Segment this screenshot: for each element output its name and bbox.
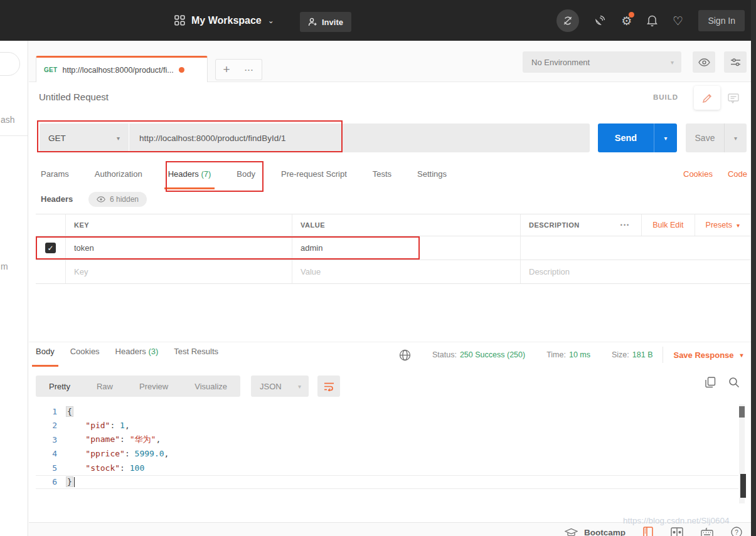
settings-button[interactable]: ⚙ xyxy=(621,14,632,28)
save-button[interactable]: Save xyxy=(686,123,725,152)
sign-in-button[interactable]: Sign In xyxy=(698,10,745,31)
environment-quick-look-button[interactable] xyxy=(693,51,715,73)
wrap-lines-icon xyxy=(324,382,334,391)
grid-icon xyxy=(174,15,185,26)
check-icon: ✓ xyxy=(47,244,53,253)
code-link[interactable]: Code xyxy=(728,169,747,179)
sidebar-item-trash-fragment[interactable]: ash xyxy=(1,115,15,125)
environment-selector[interactable]: No Environment ▾ xyxy=(523,51,681,73)
response-body-code[interactable]: 1{2 "pid": 1,3 "pname": "华为",4 "pprice":… xyxy=(36,404,738,505)
sync-off-button[interactable] xyxy=(556,9,579,32)
time-value[interactable]: 10 ms xyxy=(569,350,590,359)
invite-button[interactable]: Invite xyxy=(300,12,351,32)
value-placeholder[interactable]: Value xyxy=(301,267,321,276)
globe-icon[interactable] xyxy=(399,349,411,361)
environment-settings-button[interactable] xyxy=(724,51,747,73)
more-actions-icon[interactable]: ••• xyxy=(609,222,641,228)
view-mode-raw[interactable]: Raw xyxy=(83,382,126,391)
comments-button[interactable] xyxy=(721,88,745,108)
invite-label: Invite xyxy=(322,18,343,27)
size-value[interactable]: 181 B xyxy=(632,350,653,359)
favorites-button[interactable]: ♡ xyxy=(673,14,683,28)
method-value: GET xyxy=(48,134,66,143)
key-placeholder[interactable]: Key xyxy=(74,267,88,276)
send-options-button[interactable]: ▾ xyxy=(654,123,677,152)
response-tab-cookies[interactable]: Cookies xyxy=(70,344,100,367)
keyboard-shortcuts-icon[interactable] xyxy=(701,528,713,536)
more-icon: ••• xyxy=(245,67,253,73)
sidebar-divider xyxy=(0,135,28,136)
row-checkbox-checked[interactable]: ✓ xyxy=(45,243,56,253)
code-line-1: 1{ xyxy=(36,404,738,419)
time-label: Time: xyxy=(546,350,566,359)
wrap-lines-button[interactable] xyxy=(317,376,340,397)
tab-pre-request-script[interactable]: Pre-request Script xyxy=(281,164,347,189)
eye-icon xyxy=(97,196,105,202)
tab-method-badge: GET xyxy=(44,66,57,73)
code-scrollbar-thumb[interactable] xyxy=(739,406,745,418)
plus-icon: + xyxy=(223,63,230,76)
pencil-icon xyxy=(702,93,713,103)
satellite-icon xyxy=(594,14,606,26)
changelog-panel-icon[interactable] xyxy=(643,527,653,536)
open-request-tab[interactable]: GET http://localhost:8000/product/fi... xyxy=(36,56,208,82)
chevron-down-icon: ▾ xyxy=(298,383,301,390)
workspace-switcher[interactable]: My Workspace ⌄ xyxy=(174,0,274,41)
url-input[interactable]: http://localhost:8000/product/findById/1 xyxy=(129,134,590,143)
sidebar-item-fragment[interactable]: m xyxy=(1,261,8,271)
view-mode-visualize[interactable]: Visualize xyxy=(181,382,240,391)
tab-authorization[interactable]: Authorization xyxy=(95,164,142,189)
hidden-headers-toggle[interactable]: 6 hidden xyxy=(88,192,147,207)
search-icon[interactable] xyxy=(728,377,740,388)
status-value[interactable]: 250 Success (250) xyxy=(460,350,525,359)
outer-scrollbar-thumb[interactable] xyxy=(740,474,746,498)
two-pane-icon[interactable] xyxy=(671,527,683,536)
request-tab-strip: GET http://localhost:8000/product/fi... … xyxy=(29,41,751,82)
tab-settings[interactable]: Settings xyxy=(417,164,447,189)
send-button[interactable]: Send xyxy=(598,123,654,152)
presets-dropdown[interactable]: Presets▾ xyxy=(695,221,750,229)
description-placeholder[interactable]: Description xyxy=(529,267,570,276)
view-mode-pretty[interactable]: Pretty xyxy=(36,382,83,391)
copy-icon[interactable] xyxy=(705,377,716,388)
save-response-button[interactable]: Save Response ▾ xyxy=(673,350,743,360)
headers-count: (7) xyxy=(201,169,211,179)
chevron-down-icon: ⌄ xyxy=(268,16,274,25)
help-icon[interactable]: ? xyxy=(731,527,742,536)
tab-tests[interactable]: Tests xyxy=(373,164,391,189)
tab-options-button[interactable]: ••• xyxy=(237,59,262,80)
bell-icon xyxy=(647,14,658,26)
request-builder: GET ▾ http://localhost:8000/product/find… xyxy=(40,123,590,152)
environment-value: No Environment xyxy=(531,58,590,67)
new-tab-button[interactable]: + xyxy=(215,59,238,80)
request-title[interactable]: Untitled Request xyxy=(39,92,109,102)
capture-requests-button[interactable] xyxy=(594,14,606,26)
line-number: 2 xyxy=(36,421,66,430)
response-tab-body[interactable]: Body xyxy=(36,344,55,367)
tab-body[interactable]: Body xyxy=(237,164,255,189)
response-tab-headers[interactable]: Headers (3) xyxy=(115,344,159,367)
chevron-down-icon: ▾ xyxy=(671,59,674,66)
code-line-3: 3 "pname": "华为", xyxy=(36,433,738,447)
workspace-name: My Workspace xyxy=(191,15,262,26)
response-tab-test-results[interactable]: Test Results xyxy=(174,344,218,367)
chevron-down-icon: ▾ xyxy=(117,135,120,142)
cookies-link[interactable]: Cookies xyxy=(683,169,713,179)
tab-headers[interactable]: Headers (7) xyxy=(168,164,211,189)
bootcamp-button[interactable]: Bootcamp xyxy=(565,528,626,536)
window-edge-strip xyxy=(751,0,756,536)
heart-icon: ♡ xyxy=(673,14,683,28)
sliders-icon xyxy=(730,57,741,68)
notifications-button[interactable] xyxy=(647,14,658,26)
view-mode-preview[interactable]: Preview xyxy=(126,382,181,391)
bulk-edit-link[interactable]: Bulk Edit xyxy=(642,221,694,229)
save-options-button[interactable]: ▾ xyxy=(725,123,747,152)
header-key-cell[interactable]: token xyxy=(74,243,94,253)
header-value-cell[interactable]: admin xyxy=(301,243,322,253)
method-selector[interactable]: GET ▾ xyxy=(40,123,129,152)
tab-params[interactable]: Params xyxy=(41,164,69,189)
headers-table: KEY VALUE DESCRIPTION ••• Bulk Edit Pres… xyxy=(36,214,750,284)
edit-mode-button[interactable] xyxy=(694,86,720,110)
sidebar-pill-button[interactable] xyxy=(0,52,20,76)
response-format-selector[interactable]: JSON ▾ xyxy=(251,376,309,397)
